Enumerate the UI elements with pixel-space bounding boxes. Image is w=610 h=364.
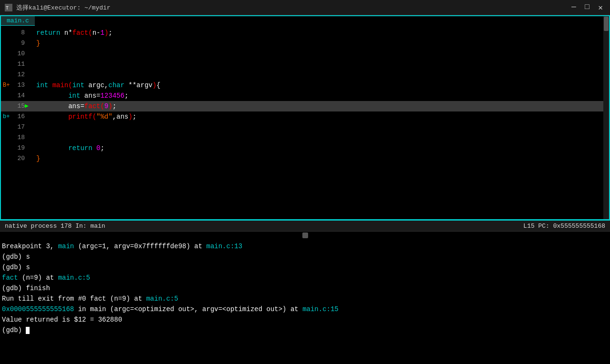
terminal-line-4: fact (n=9) at main.c:5 [2, 273, 608, 283]
pane-divider [0, 232, 610, 239]
terminal-line-7: 0x0000555555555168 in main (argc=<optimi… [2, 304, 608, 314]
code-line-11: 11 [1, 59, 609, 70]
code-scrollbar[interactable] [603, 16, 609, 219]
scrollbar-thumb[interactable] [604, 17, 609, 31]
breakpoint-13: B+ [3, 80, 11, 91]
terminal-pane[interactable]: Breakpoint 3, main (argc=1, argv=0x7ffff… [0, 239, 610, 364]
svg-text:T: T [6, 6, 9, 11]
titlebar: T 选择kali@Executor: ~/mydir — □ ✕ [0, 0, 610, 15]
code-line-15: 15 ▶ ans=fact(9); [1, 101, 609, 111]
maximize-button[interactable]: □ [582, 3, 592, 12]
terminal-line-9: (gdb) [2, 325, 608, 335]
terminal-line-8: Value returned is $12 = 362880 [2, 314, 608, 325]
line-code-8: return n*fact(n-1); [32, 28, 113, 38]
code-line-8: 8 return n*fact(n-1); [1, 28, 609, 38]
close-button[interactable]: ✕ [596, 3, 605, 12]
terminal-line-3: (gdb) s [2, 262, 608, 273]
scroll-indicator [302, 233, 308, 238]
file-tab[interactable]: main.c [1, 16, 35, 26]
code-line-20: 20 } [1, 153, 609, 164]
breakpoint-16: b+ [3, 111, 11, 122]
main-container: main.c 8 return n*fact(n-1); 9 } [0, 15, 610, 364]
code-line-17: 17 [1, 122, 609, 132]
code-content: 8 return n*fact(n-1); 9 } 10 [1, 26, 609, 166]
minimize-button[interactable]: — [569, 3, 579, 12]
status-left: native process 178 In: main [5, 222, 523, 230]
line-number-8: 8 [11, 28, 25, 38]
terminal-line-6: Run till exit from #0 fact (n=9) at main… [2, 293, 608, 304]
code-line-9: 9 } [1, 38, 609, 49]
window-title: 选择kali@Executor: ~/mydir [16, 3, 569, 12]
code-line-19: 19 return 0; [1, 143, 609, 153]
terminal-line-1: Breakpoint 3, main (argc=1, argv=0x7ffff… [2, 241, 608, 252]
window-controls[interactable]: — □ ✕ [569, 3, 605, 12]
code-line-13: B+ 13 int main(int argc,char **argv){ [1, 80, 609, 91]
code-line-10: 10 [1, 49, 609, 59]
terminal-line-2: (gdb) s [2, 252, 608, 262]
code-pane: main.c 8 return n*fact(n-1); 9 } [0, 15, 610, 220]
app-icon: T [5, 4, 12, 11]
terminal-cursor [26, 327, 30, 334]
code-line-18: 18 [1, 132, 609, 143]
code-line-14: 14 int ans=123456; [1, 91, 609, 101]
status-right: L15 PC: 0x555555555168 [523, 222, 605, 230]
status-bar: native process 178 In: main L15 PC: 0x55… [0, 220, 610, 232]
execution-arrow: ▶ [25, 101, 32, 111]
terminal-line-5: (gdb) finish [2, 283, 608, 293]
code-line-12: 12 [1, 70, 609, 80]
code-line-16: b+ 16 printf("%d",ans); [1, 111, 609, 122]
